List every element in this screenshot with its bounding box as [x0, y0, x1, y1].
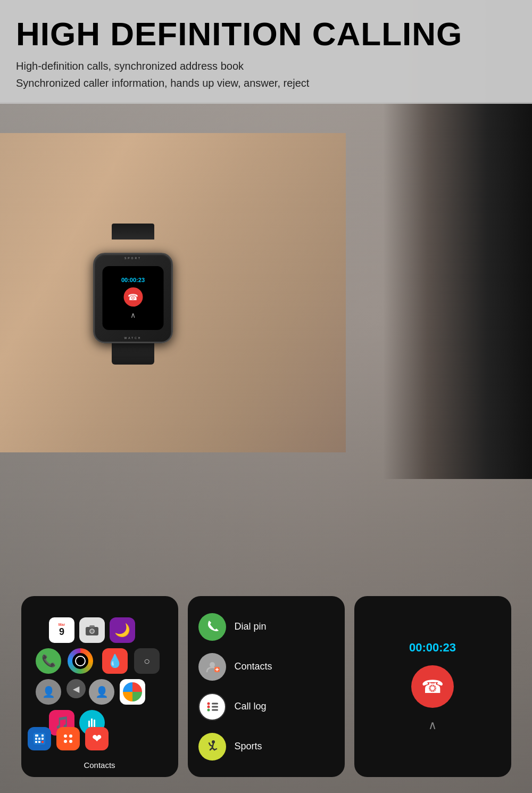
- app-heart: ❤: [85, 727, 109, 750]
- subtitle-line1: High-definition calls, synchronized addr…: [16, 60, 244, 72]
- svg-rect-29: [212, 709, 218, 711]
- watch-screen-time: 00:00:23: [121, 277, 145, 283]
- svg-rect-28: [212, 706, 218, 707]
- svg-rect-13: [41, 738, 44, 740]
- app-water: 💧: [102, 648, 128, 674]
- svg-point-21: [69, 740, 72, 743]
- watch-end-call-button: ☎: [123, 287, 143, 307]
- calllog-label: Call log: [235, 701, 267, 712]
- call-chevron: ∧: [428, 718, 437, 732]
- svg-rect-27: [212, 703, 218, 704]
- svg-rect-8: [94, 720, 95, 727]
- smartwatch: SPORT 00:00:23 ☎ ∧ WATCH: [85, 224, 181, 341]
- watch-label-top: SPORT: [124, 257, 142, 260]
- contacts-icon: [198, 653, 226, 681]
- subtitle: High-definition calls, synchronized addr…: [16, 57, 516, 92]
- watch-label-bottom: WATCH: [124, 336, 142, 340]
- svg-rect-3: [89, 625, 95, 627]
- watch-body: SPORT 00:00:23 ☎ ∧ WATCH: [93, 253, 173, 343]
- svg-rect-16: [41, 734, 44, 737]
- watch-strap-top: [112, 224, 154, 239]
- app-pie: [120, 679, 145, 705]
- svg-point-19: [69, 734, 72, 738]
- card1-label: Contacts: [84, 761, 115, 770]
- app-extra: ○: [134, 648, 160, 674]
- watch-strap-bottom: [112, 343, 154, 365]
- svg-point-25: [207, 705, 210, 708]
- menu-item-dialpin: Dial pin: [193, 609, 339, 645]
- menu-item-sports: Sports: [193, 729, 339, 765]
- svg-rect-14: [35, 741, 37, 743]
- app-camera: [79, 617, 105, 643]
- call-end-icon: ☎: [421, 676, 444, 697]
- app-fitness: [68, 648, 93, 674]
- svg-rect-10: [35, 734, 38, 737]
- app-dots: [56, 727, 80, 750]
- call-time: 00:00:23: [409, 641, 456, 655]
- svg-point-20: [64, 740, 67, 743]
- app-moon: 🌙: [110, 617, 135, 643]
- app-user2: 👤: [89, 679, 114, 705]
- dial-pin-label: Dial pin: [235, 621, 267, 632]
- page-title: HIGH DEFINITION CALLING: [16, 16, 516, 52]
- svg-point-24: [207, 702, 210, 705]
- svg-rect-12: [38, 738, 40, 740]
- app-calendar: Mar 9: [49, 617, 74, 643]
- svg-rect-6: [88, 721, 90, 727]
- watch-screen: 00:00:23 ☎ ∧: [103, 266, 164, 330]
- sports-label: Sports: [235, 741, 262, 752]
- watch-area: SPORT 00:00:23 ☎ ∧ WATCH: [0, 106, 532, 506]
- menu-item-calllog: Call log: [193, 689, 339, 725]
- bottom-cards: Mar 9 🌙 📞 💧 ○: [0, 596, 532, 777]
- app-phone: 📞: [36, 648, 61, 674]
- svg-point-22: [210, 662, 215, 667]
- svg-rect-17: [41, 741, 44, 743]
- bottom-app-row: ❤: [28, 727, 109, 750]
- contacts-label-menu: Contacts: [235, 661, 272, 672]
- svg-point-26: [207, 708, 210, 711]
- top-section: HIGH DEFINITION CALLING High-definition …: [0, 0, 532, 102]
- svg-point-2: [90, 630, 94, 633]
- dial-pin-icon: [198, 613, 226, 641]
- card-apps: Mar 9 🌙 📞 💧 ○: [21, 596, 178, 777]
- call-end-button: ☎: [411, 665, 454, 708]
- sports-icon: [198, 733, 226, 761]
- calllog-icon: [198, 693, 226, 721]
- app-calculator: [28, 727, 51, 750]
- card-call: 00:00:23 ☎ ∧: [354, 596, 511, 777]
- svg-rect-11: [35, 738, 37, 740]
- watch-chevron: ∧: [130, 311, 136, 319]
- subtitle-line2: Synchronized caller information, hands u…: [16, 77, 309, 89]
- app-user1: 👤: [36, 679, 61, 705]
- svg-point-18: [64, 734, 67, 738]
- card-menu: Dial pin Contacts: [188, 596, 345, 777]
- watch-end-call-icon: ☎: [128, 292, 138, 302]
- svg-rect-15: [38, 741, 40, 743]
- app-back: ◀: [66, 679, 86, 698]
- menu-item-contacts: Contacts: [193, 649, 339, 685]
- svg-rect-7: [91, 718, 93, 727]
